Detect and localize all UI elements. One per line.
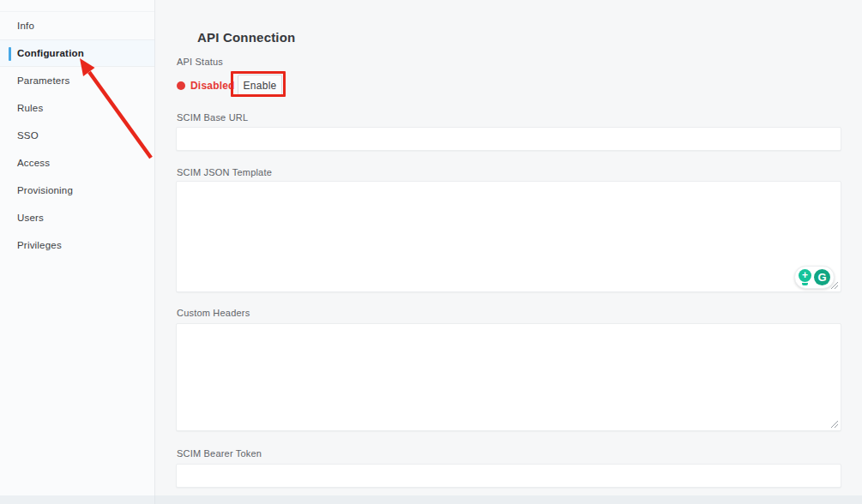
scim-json-template-label: SCIM JSON Template (177, 167, 272, 177)
sidebar-item-label: Provisioning (17, 185, 73, 195)
page-title: API Connection (197, 30, 295, 45)
sidebar-item-rules[interactable]: Rules (0, 94, 154, 122)
settings-sidebar: Info Configuration Parameters Rules SSO … (0, 0, 155, 504)
bulb-base (802, 283, 808, 285)
api-status-label: API Status (177, 57, 223, 67)
custom-headers-label: Custom Headers (177, 308, 250, 318)
sidebar-item-access[interactable]: Access (0, 149, 154, 177)
enable-button[interactable]: Enable (238, 75, 282, 96)
status-dot-icon (177, 81, 185, 90)
sidebar-item-parameters[interactable]: Parameters (0, 67, 154, 94)
sidebar-item-label: SSO (17, 130, 39, 141)
api-status-row: Disabled (177, 73, 235, 99)
scim-bearer-token-input[interactable] (176, 464, 841, 488)
bottom-edge-band (0, 495, 862, 504)
sidebar-item-label: Configuration (17, 48, 84, 58)
plus-icon: + (799, 269, 811, 282)
scim-json-template-textarea[interactable] (176, 181, 841, 292)
sidebar-item-label: Users (17, 213, 44, 223)
scim-base-url-input[interactable] (176, 127, 841, 151)
sidebar-item-sso[interactable]: SSO (0, 122, 154, 149)
sidebar-item-users[interactable]: Users (0, 204, 154, 231)
sidebar-item-label: Info (17, 21, 34, 31)
active-indicator-bar (9, 47, 11, 61)
sidebar-item-label: Access (17, 158, 50, 168)
resize-handle-icon[interactable] (829, 280, 839, 290)
sidebar-item-label: Privileges (17, 240, 62, 250)
sidebar-item-configuration[interactable]: Configuration (0, 39, 154, 67)
sidebar-item-provisioning[interactable]: Provisioning (0, 177, 154, 204)
custom-headers-textarea[interactable] (176, 323, 841, 431)
resize-handle-icon[interactable] (829, 419, 839, 429)
sidebar-item-label: Rules (17, 103, 43, 113)
sidebar-item-privileges[interactable]: Privileges (0, 231, 154, 259)
grammarly-widget[interactable]: + G (794, 266, 835, 289)
scim-bearer-token-label: SCIM Bearer Token (177, 448, 262, 459)
scim-base-url-label: SCIM Base URL (177, 112, 248, 123)
grammarly-suggestion-icon[interactable]: + (799, 269, 811, 285)
sidebar-item-info[interactable]: Info (0, 12, 154, 39)
sidebar-list: Info Configuration Parameters Rules SSO … (0, 11, 154, 259)
custom-headers-wrap (176, 323, 841, 431)
scim-json-template-wrap: + G (176, 181, 841, 292)
api-connection-panel: API Connection API Status Disabled Enabl… (155, 0, 862, 504)
sidebar-item-label: Parameters (17, 75, 69, 86)
status-badge: Disabled (190, 80, 235, 92)
grammarly-logo-icon[interactable]: G (814, 269, 830, 285)
